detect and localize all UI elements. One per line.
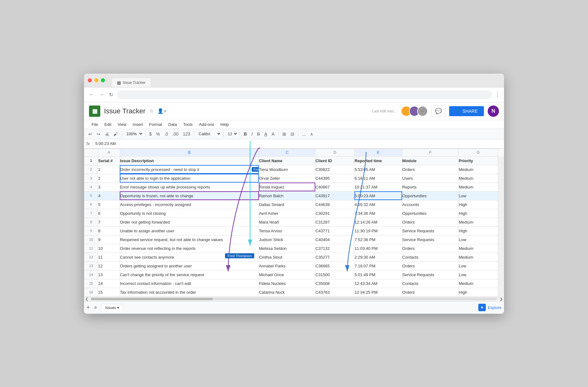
cell-e4[interactable]: 10:21:37 AM <box>354 183 402 191</box>
decimal00-button[interactable]: .00 <box>171 130 180 138</box>
percent-button[interactable]: % <box>154 130 162 138</box>
scroll-left-button[interactable]: ❮ <box>85 297 88 301</box>
cell-d16[interactable]: C43763 <box>315 288 354 297</box>
cell-c11[interactable]: Melissa Seldon <box>259 244 315 253</box>
cell-e14[interactable]: 5:01:49 PM <box>354 270 402 279</box>
cell-f16[interactable]: Orders <box>402 288 459 297</box>
back-button[interactable]: ← <box>88 90 95 99</box>
borders-button[interactable]: ⊞ <box>281 130 288 138</box>
explore-button[interactable]: ✦ Explore <box>478 304 501 311</box>
cell-f4[interactable]: Reports <box>402 183 459 191</box>
cell-e8[interactable]: 12:14:26 AM <box>354 218 402 226</box>
cell-f11[interactable]: Orders <box>402 244 459 253</box>
scroll-thumb[interactable] <box>91 298 213 300</box>
menu-file[interactable]: File <box>89 121 101 128</box>
italic-button[interactable]: I <box>249 130 255 138</box>
cell-e7[interactable]: 7:34:36 AM <box>354 209 402 218</box>
cell-d8[interactable]: C31287 <box>315 218 354 226</box>
close-button[interactable] <box>88 78 92 82</box>
cell-c2[interactable]: Tiera Woodburn <box>259 165 315 174</box>
cell-d9[interactable]: C43771 <box>315 226 354 235</box>
cell-b14[interactable]: Can't change the priority of the service… <box>120 270 259 279</box>
cell-a9[interactable]: 8 <box>98 226 120 235</box>
redo-button[interactable]: ↪ <box>95 130 102 138</box>
scroll-right-button[interactable]: ❯ <box>500 297 503 301</box>
cell-d10[interactable]: C40404 <box>315 235 354 244</box>
cell-c3[interactable]: Orval Zeller <box>259 174 315 183</box>
menu-edit[interactable]: Edit <box>102 121 114 128</box>
cell-b5[interactable]: Opportunity is frozen, not able to chang… <box>120 191 259 200</box>
cell-e11[interactable]: 11:03:40 PM <box>354 244 402 253</box>
cell-b3[interactable]: User not able to login to the applicatio… <box>120 174 259 183</box>
cell-e15[interactable]: 12:43:34 AM <box>354 279 402 288</box>
cell-e3[interactable]: 6:18:11 AM <box>354 174 402 183</box>
scroll-track[interactable] <box>91 298 497 300</box>
font-size-select[interactable]: 11 <box>225 131 238 137</box>
cell-f8[interactable]: Orders <box>402 218 459 226</box>
cell-a14[interactable]: 13 <box>98 270 120 279</box>
cell-d3[interactable]: C44395 <box>315 174 354 183</box>
cell-e1[interactable]: Reported time <box>354 156 402 165</box>
cell-b15[interactable]: Incorrect contact information - can't ed… <box>120 279 259 288</box>
bold-button[interactable]: B <box>242 130 249 138</box>
minimize-button[interactable] <box>94 78 98 82</box>
cell-d14[interactable]: C31500 <box>315 270 354 279</box>
cell-g2[interactable]: Medium <box>459 165 498 174</box>
paint-format-button[interactable]: 🖌 <box>112 130 120 138</box>
cell-e2[interactable]: 5:53:05 AM <box>354 165 402 174</box>
cell-g10[interactable]: Low <box>459 235 498 244</box>
cell-b11[interactable]: Order revenue not reflecting in the repo… <box>120 244 259 253</box>
cell-e6[interactable]: 4:55:32 AM <box>354 200 402 209</box>
cell-d12[interactable]: C35277 <box>315 253 354 261</box>
cell-a13[interactable]: 12 <box>98 261 120 270</box>
cell-f15[interactable]: Contacts <box>402 279 459 288</box>
cell-g11[interactable]: Medium <box>459 244 498 253</box>
menu-data[interactable]: Data <box>166 121 179 128</box>
undo-button[interactable]: ↩ <box>87 130 94 138</box>
cell-g8[interactable]: Medium <box>459 218 498 226</box>
underline-button[interactable]: A <box>262 130 269 138</box>
print-button[interactable]: 🖨 <box>103 130 111 138</box>
fill-color-button[interactable]: A <box>270 130 276 138</box>
cell-e12[interactable]: 2:29:30 AM <box>354 253 402 261</box>
cell-a2[interactable]: 1 <box>98 165 120 174</box>
cell-a8[interactable]: 7 <box>98 218 120 226</box>
cell-b13[interactable]: Orders getting assigned to another user <box>120 261 259 270</box>
cell-f13[interactable]: Orders <box>402 261 459 270</box>
horizontal-scrollbar[interactable]: ❮ ❯ <box>84 297 504 301</box>
cell-b4[interactable]: Error message shows up while processing … <box>120 183 259 191</box>
cell-g12[interactable]: Medium <box>459 253 498 261</box>
cell-d1[interactable]: Client ID <box>315 156 354 165</box>
cell-a7[interactable]: 6 <box>98 209 120 218</box>
address-input[interactable] <box>117 90 492 99</box>
menu-insert[interactable]: Insert <box>130 121 145 128</box>
cell-d6[interactable]: C44639 <box>315 200 354 209</box>
cell-a5[interactable]: 4 <box>98 191 120 200</box>
cell-f1[interactable]: Module <box>402 156 459 165</box>
cell-f7[interactable]: Opportunities <box>402 209 459 218</box>
format123-button[interactable]: 123 <box>181 130 192 138</box>
cell-c15[interactable]: Fidela Nuckles <box>259 279 315 288</box>
cell-a12[interactable]: 11 <box>98 253 120 261</box>
font-select[interactable]: Calibri <box>196 131 221 137</box>
menu-addons[interactable]: Add-ons <box>197 121 217 128</box>
cell-c6[interactable]: Dallas Siniard <box>259 200 315 209</box>
collapse-button[interactable]: ∧ <box>308 130 315 138</box>
cell-e13[interactable]: 7:16:07 PM <box>354 261 402 270</box>
decimal0-button[interactable]: .0 <box>162 130 170 138</box>
cell-b10[interactable]: Reopened service request, but not able t… <box>120 235 259 244</box>
cell-a16[interactable]: 15 <box>98 288 120 297</box>
cell-a4[interactable]: 3 <box>98 183 120 191</box>
cell-c9[interactable]: Terisa Arviso <box>259 226 315 235</box>
avatar-user3[interactable]: ··· <box>417 106 428 116</box>
cell-f3[interactable]: Users <box>402 174 459 183</box>
star-icon[interactable]: ☆ <box>149 108 154 114</box>
merge-button[interactable]: ⊟ <box>289 130 296 138</box>
formula-value[interactable]: 5:00:23 AM <box>95 141 116 146</box>
cell-b16[interactable]: Tax information not accounted in the ord… <box>120 288 259 297</box>
cell-a1[interactable]: Serial # <box>98 156 120 165</box>
cell-c5[interactable]: Ramon Balch <box>259 191 315 200</box>
menu-help[interactable]: Help <box>218 121 231 128</box>
cell-f14[interactable]: Service Requests <box>402 270 459 279</box>
zoom-select[interactable]: 100% <box>124 131 143 137</box>
